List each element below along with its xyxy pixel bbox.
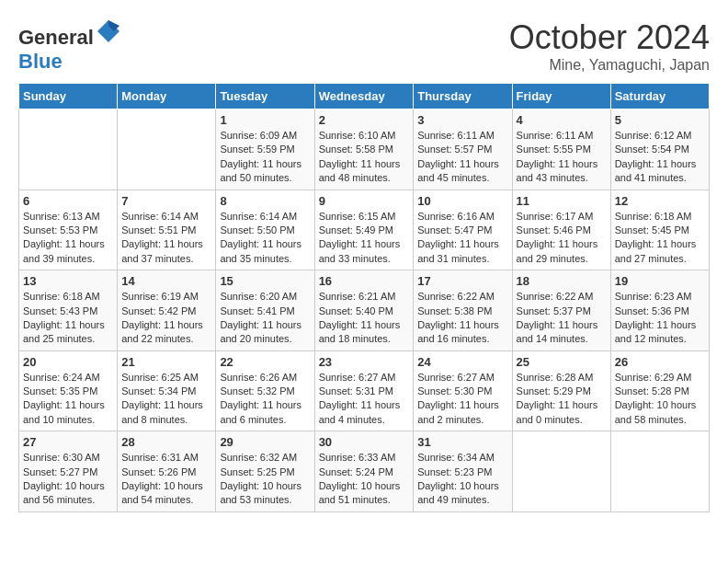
day-info: Sunrise: 6:20 AMSunset: 5:41 PMDaylight:… bbox=[220, 290, 310, 347]
calendar-cell: 14Sunrise: 6:19 AMSunset: 5:42 PMDayligh… bbox=[118, 270, 216, 351]
day-number: 5 bbox=[615, 113, 705, 127]
calendar-cell: 22Sunrise: 6:26 AMSunset: 5:32 PMDayligh… bbox=[216, 350, 314, 431]
weekday-header: Monday bbox=[118, 84, 216, 109]
calendar-week-row: 6Sunrise: 6:13 AMSunset: 5:53 PMDaylight… bbox=[19, 190, 710, 270]
day-number: 14 bbox=[121, 274, 211, 288]
calendar-cell bbox=[118, 109, 216, 190]
day-number: 26 bbox=[615, 355, 705, 369]
day-number: 7 bbox=[121, 194, 211, 208]
calendar-week-row: 1Sunrise: 6:09 AMSunset: 5:59 PMDaylight… bbox=[19, 109, 710, 190]
logo-icon bbox=[96, 18, 121, 44]
day-info: Sunrise: 6:13 AMSunset: 5:53 PMDaylight:… bbox=[23, 210, 113, 267]
day-number: 20 bbox=[23, 355, 113, 369]
calendar-week-row: 27Sunrise: 6:30 AMSunset: 5:27 PMDayligh… bbox=[19, 431, 710, 512]
calendar-cell: 6Sunrise: 6:13 AMSunset: 5:53 PMDaylight… bbox=[19, 190, 118, 270]
calendar-cell: 13Sunrise: 6:18 AMSunset: 5:43 PMDayligh… bbox=[19, 270, 118, 351]
day-number: 3 bbox=[417, 113, 507, 127]
day-info: Sunrise: 6:11 AMSunset: 5:57 PMDaylight:… bbox=[417, 129, 507, 186]
calendar-cell: 9Sunrise: 6:15 AMSunset: 5:49 PMDaylight… bbox=[314, 190, 414, 270]
day-number: 25 bbox=[517, 355, 607, 369]
calendar-cell: 4Sunrise: 6:11 AMSunset: 5:55 PMDaylight… bbox=[512, 109, 610, 190]
calendar-cell: 17Sunrise: 6:22 AMSunset: 5:38 PMDayligh… bbox=[414, 270, 512, 351]
weekday-header: Sunday bbox=[19, 84, 118, 109]
day-number: 28 bbox=[121, 435, 211, 449]
calendar-cell: 11Sunrise: 6:17 AMSunset: 5:46 PMDayligh… bbox=[512, 190, 610, 270]
day-number: 8 bbox=[220, 194, 310, 208]
day-number: 18 bbox=[517, 274, 607, 288]
day-info: Sunrise: 6:10 AMSunset: 5:58 PMDaylight:… bbox=[319, 129, 410, 186]
calendar-cell: 8Sunrise: 6:14 AMSunset: 5:50 PMDaylight… bbox=[216, 190, 314, 270]
day-number: 6 bbox=[23, 194, 113, 208]
weekday-header: Tuesday bbox=[216, 84, 314, 109]
day-info: Sunrise: 6:16 AMSunset: 5:47 PMDaylight:… bbox=[417, 210, 507, 267]
calendar-cell: 19Sunrise: 6:23 AMSunset: 5:36 PMDayligh… bbox=[610, 270, 709, 351]
calendar-week-row: 13Sunrise: 6:18 AMSunset: 5:43 PMDayligh… bbox=[19, 270, 710, 351]
day-info: Sunrise: 6:25 AMSunset: 5:34 PMDaylight:… bbox=[121, 371, 211, 428]
day-number: 2 bbox=[319, 113, 410, 127]
day-info: Sunrise: 6:18 AMSunset: 5:43 PMDaylight:… bbox=[23, 290, 113, 347]
calendar-cell: 5Sunrise: 6:12 AMSunset: 5:54 PMDaylight… bbox=[610, 109, 709, 190]
day-info: Sunrise: 6:24 AMSunset: 5:35 PMDaylight:… bbox=[23, 371, 113, 428]
day-info: Sunrise: 6:34 AMSunset: 5:23 PMDaylight:… bbox=[417, 451, 507, 508]
day-number: 23 bbox=[319, 355, 410, 369]
day-info: Sunrise: 6:14 AMSunset: 5:51 PMDaylight:… bbox=[121, 210, 211, 267]
calendar-cell: 27Sunrise: 6:30 AMSunset: 5:27 PMDayligh… bbox=[19, 431, 118, 512]
calendar-cell bbox=[512, 431, 610, 512]
calendar-cell: 7Sunrise: 6:14 AMSunset: 5:51 PMDaylight… bbox=[118, 190, 216, 270]
logo: General Blue bbox=[18, 18, 121, 74]
day-number: 22 bbox=[220, 355, 310, 369]
day-info: Sunrise: 6:27 AMSunset: 5:31 PMDaylight:… bbox=[319, 371, 410, 428]
calendar-table: SundayMondayTuesdayWednesdayThursdayFrid… bbox=[18, 83, 710, 512]
day-number: 30 bbox=[319, 435, 410, 449]
month-title: October 2024 bbox=[509, 18, 710, 57]
logo-text-blue: Blue bbox=[18, 50, 63, 73]
calendar-cell: 20Sunrise: 6:24 AMSunset: 5:35 PMDayligh… bbox=[19, 350, 118, 431]
day-info: Sunrise: 6:27 AMSunset: 5:30 PMDaylight:… bbox=[417, 371, 507, 428]
day-number: 24 bbox=[417, 355, 507, 369]
calendar-cell bbox=[610, 431, 709, 512]
day-number: 9 bbox=[319, 194, 410, 208]
weekday-header: Saturday bbox=[610, 84, 709, 109]
day-number: 12 bbox=[615, 194, 705, 208]
day-info: Sunrise: 6:22 AMSunset: 5:38 PMDaylight:… bbox=[417, 290, 507, 347]
location-title: Mine, Yamaguchi, Japan bbox=[509, 57, 710, 74]
calendar-cell: 26Sunrise: 6:29 AMSunset: 5:28 PMDayligh… bbox=[610, 350, 709, 431]
day-info: Sunrise: 6:18 AMSunset: 5:45 PMDaylight:… bbox=[615, 210, 705, 267]
calendar-week-row: 20Sunrise: 6:24 AMSunset: 5:35 PMDayligh… bbox=[19, 350, 710, 431]
day-info: Sunrise: 6:15 AMSunset: 5:49 PMDaylight:… bbox=[319, 210, 410, 267]
calendar-cell: 24Sunrise: 6:27 AMSunset: 5:30 PMDayligh… bbox=[414, 350, 512, 431]
day-info: Sunrise: 6:33 AMSunset: 5:24 PMDaylight:… bbox=[319, 451, 410, 508]
day-number: 17 bbox=[417, 274, 507, 288]
day-number: 16 bbox=[319, 274, 410, 288]
day-info: Sunrise: 6:21 AMSunset: 5:40 PMDaylight:… bbox=[319, 290, 410, 347]
day-number: 4 bbox=[517, 113, 607, 127]
calendar-cell: 1Sunrise: 6:09 AMSunset: 5:59 PMDaylight… bbox=[216, 109, 314, 190]
day-info: Sunrise: 6:31 AMSunset: 5:26 PMDaylight:… bbox=[121, 451, 211, 508]
weekday-header: Friday bbox=[512, 84, 610, 109]
day-info: Sunrise: 6:09 AMSunset: 5:59 PMDaylight:… bbox=[220, 129, 310, 186]
calendar-cell: 18Sunrise: 6:22 AMSunset: 5:37 PMDayligh… bbox=[512, 270, 610, 351]
calendar-cell: 15Sunrise: 6:20 AMSunset: 5:41 PMDayligh… bbox=[216, 270, 314, 351]
day-number: 19 bbox=[615, 274, 705, 288]
calendar-cell: 29Sunrise: 6:32 AMSunset: 5:25 PMDayligh… bbox=[216, 431, 314, 512]
title-block: October 2024 Mine, Yamaguchi, Japan bbox=[509, 18, 710, 74]
day-info: Sunrise: 6:30 AMSunset: 5:27 PMDaylight:… bbox=[23, 451, 113, 508]
calendar-cell: 28Sunrise: 6:31 AMSunset: 5:26 PMDayligh… bbox=[118, 431, 216, 512]
day-info: Sunrise: 6:26 AMSunset: 5:32 PMDaylight:… bbox=[220, 371, 310, 428]
calendar-cell: 23Sunrise: 6:27 AMSunset: 5:31 PMDayligh… bbox=[314, 350, 414, 431]
day-number: 1 bbox=[220, 113, 310, 127]
calendar-cell bbox=[19, 109, 118, 190]
day-info: Sunrise: 6:29 AMSunset: 5:28 PMDaylight:… bbox=[615, 371, 705, 428]
day-number: 11 bbox=[517, 194, 607, 208]
day-number: 29 bbox=[220, 435, 310, 449]
day-number: 27 bbox=[23, 435, 113, 449]
weekday-header-row: SundayMondayTuesdayWednesdayThursdayFrid… bbox=[19, 84, 710, 109]
calendar-cell: 12Sunrise: 6:18 AMSunset: 5:45 PMDayligh… bbox=[610, 190, 709, 270]
day-info: Sunrise: 6:14 AMSunset: 5:50 PMDaylight:… bbox=[220, 210, 310, 267]
logo-text-general: General bbox=[18, 26, 94, 49]
calendar-cell: 16Sunrise: 6:21 AMSunset: 5:40 PMDayligh… bbox=[314, 270, 414, 351]
day-number: 13 bbox=[23, 274, 113, 288]
day-number: 15 bbox=[220, 274, 310, 288]
calendar-cell: 10Sunrise: 6:16 AMSunset: 5:47 PMDayligh… bbox=[414, 190, 512, 270]
day-info: Sunrise: 6:28 AMSunset: 5:29 PMDaylight:… bbox=[517, 371, 607, 428]
